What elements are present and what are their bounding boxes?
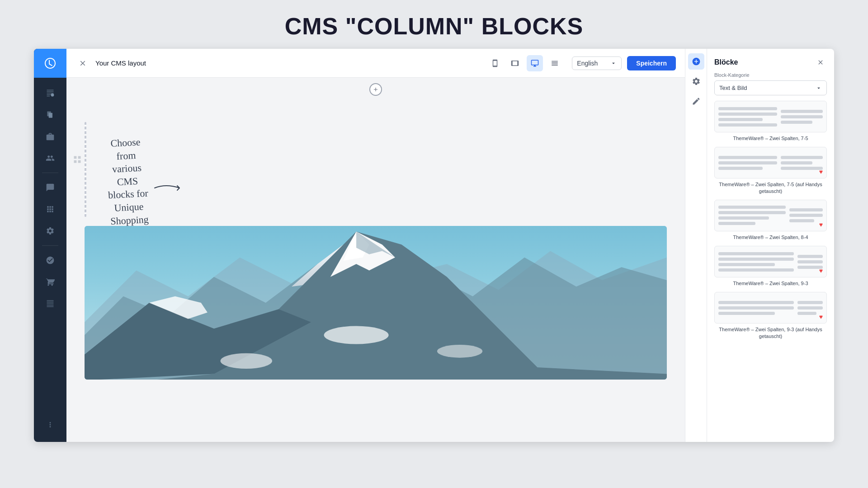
page-title: CMS "COLUMN" BLOCKS [0, 13, 868, 40]
sidebar-item-marketing[interactable] [40, 178, 60, 197]
block-col-big [718, 156, 777, 170]
blocks-panel-close-button[interactable] [814, 56, 827, 69]
annotation-text: Choose from various CMSblocks for Unique… [101, 135, 155, 241]
panel-icons [685, 49, 707, 442]
svg-point-33 [437, 345, 482, 358]
block-col-big [718, 301, 794, 315]
blocks-panel-header: Blöcke [707, 49, 834, 72]
desktop-view-button[interactable] [527, 55, 543, 71]
gear-icon [692, 77, 701, 86]
block-preview-2[interactable]: ♥ [714, 147, 827, 178]
right-side: Blöcke Block-Kategorie Text & Bild [685, 49, 834, 442]
block-preview-5[interactable]: ♥ [714, 292, 827, 324]
sidebar-item-apps[interactable] [40, 199, 60, 219]
block-col-big [718, 206, 786, 225]
topbar-title: Your CMS layout [95, 59, 487, 67]
annotation: Choose from various CMSblocks for Unique… [104, 136, 152, 240]
add-row-button[interactable] [369, 83, 382, 96]
panel-icon-settings[interactable] [688, 73, 704, 89]
plus-icon [373, 86, 379, 93]
pages-icon [46, 110, 55, 119]
language-select[interactable]: English [572, 56, 622, 70]
desktop-icon [531, 59, 539, 67]
main-container: Your CMS layout [34, 49, 834, 442]
page-title-area: CMS "COLUMN" BLOCKS [0, 0, 868, 49]
grid-icon [73, 155, 82, 164]
sidebar-logo[interactable] [34, 49, 66, 78]
sidebar-item-analytics[interactable] [40, 83, 60, 103]
panel-icon-add[interactable] [688, 53, 704, 70]
sidebar-item-table[interactable] [40, 294, 60, 314]
sidebar-item-store[interactable] [40, 250, 60, 270]
content-wrapper: Your CMS layout [66, 49, 685, 442]
block-category-select[interactable]: Text & Bild [714, 80, 827, 95]
marketing-icon [46, 183, 55, 192]
mobile-icon [491, 59, 499, 67]
store-icon [46, 256, 55, 265]
list-icon [551, 59, 559, 67]
save-button[interactable]: Speichern [627, 56, 676, 70]
sidebar-item-shop[interactable] [40, 272, 60, 292]
block-preview-3[interactable]: ♥ [714, 200, 827, 231]
more-icon [46, 421, 54, 429]
list-view-button[interactable] [547, 55, 563, 71]
favorite-icon[interactable]: ♥ [819, 267, 823, 274]
category-value: Text & Bild [719, 84, 747, 91]
add-circle-icon [692, 57, 701, 66]
close-icon [79, 59, 87, 67]
block-preview-1[interactable] [714, 101, 827, 132]
logo-icon [43, 56, 57, 70]
block-col-small [781, 156, 823, 170]
chevron-down-icon [610, 60, 617, 66]
settings-icon [46, 226, 55, 235]
sidebar-item-contacts[interactable] [40, 148, 60, 168]
block-item-5-label: ThemeWare® – Zwei Spalten, 9-3 (auf Hand… [714, 326, 827, 339]
svg-point-32 [221, 353, 272, 369]
annotation-arrow [152, 181, 189, 195]
block-col-small [789, 208, 823, 222]
select-chevron-icon [816, 85, 822, 91]
mountain-image [85, 226, 667, 380]
sidebar-item-pages[interactable] [40, 105, 60, 125]
cursor [66, 194, 70, 225]
close-button[interactable] [75, 56, 90, 70]
sidebar-item-settings[interactable] [40, 221, 60, 241]
sidebar-divider-1 [42, 173, 58, 173]
topbar: Your CMS layout [66, 49, 685, 78]
apps-icon [46, 205, 55, 214]
block-item-3: ♥ ThemeWare® – Zwei Spalten, 8-4 [707, 200, 834, 246]
block-col-small [781, 110, 823, 124]
blocks-panel: Blöcke Block-Kategorie Text & Bild [707, 49, 834, 442]
topbar-right: English Speichern [572, 56, 676, 70]
block-item-4: ♥ ThemeWare® – Zwei Spalten, 9-3 [707, 246, 834, 292]
block-type-indicator[interactable] [73, 155, 82, 166]
block-item-1-label: ThemeWare® – Zwei Spalten, 7-5 [714, 135, 827, 141]
close-icon [817, 59, 824, 66]
tablet-view-button[interactable] [507, 55, 523, 71]
canvas-area: Choose from various CMSblocks for Unique… [66, 78, 685, 442]
block-row: Choose from various CMSblocks for Unique… [66, 99, 685, 222]
mountain-svg [85, 226, 667, 380]
tablet-icon [511, 59, 519, 67]
sidebar-more[interactable] [40, 415, 60, 435]
favorite-icon[interactable]: ♥ [819, 168, 823, 175]
svg-point-0 [51, 94, 54, 97]
products-icon [46, 132, 55, 141]
block-item-2: ♥ ThemeWare® – Zwei Spalten, 7-5 (auf Ha… [707, 147, 834, 200]
favorite-icon[interactable]: ♥ [819, 313, 823, 320]
sidebar [34, 49, 66, 442]
topbar-views [487, 55, 563, 71]
blocks-panel-title: Blöcke [714, 58, 738, 66]
block-col-big [718, 107, 777, 127]
cursor-icon [66, 194, 70, 223]
block-col-big [718, 252, 794, 272]
shop-icon [46, 277, 55, 286]
favorite-icon[interactable]: ♥ [819, 221, 823, 228]
sidebar-item-products[interactable] [40, 127, 60, 146]
table-icon [46, 299, 55, 308]
svg-point-34 [324, 326, 389, 344]
panel-icon-edit[interactable] [688, 93, 704, 109]
block-preview-4[interactable]: ♥ [714, 246, 827, 277]
mobile-view-button[interactable] [487, 55, 503, 71]
edit-icon [692, 97, 701, 106]
